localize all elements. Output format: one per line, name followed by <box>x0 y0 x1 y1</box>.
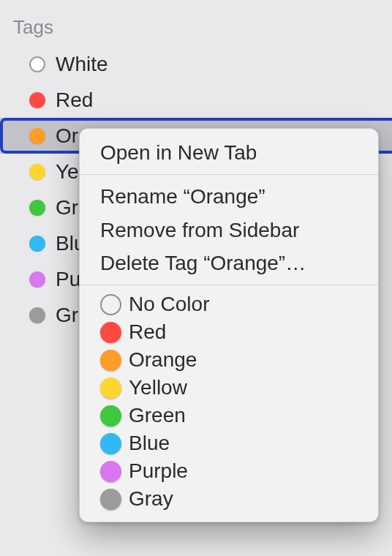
menu-color-green[interactable]: Green <box>80 402 378 429</box>
tags-section-header: Tags <box>0 15 392 46</box>
color-label: Purple <box>129 459 188 483</box>
no-color-swatch-icon <box>100 294 121 315</box>
menu-rename[interactable]: Rename “Orange” <box>80 180 378 213</box>
context-menu: Open in New Tab Rename “Orange” Remove f… <box>79 128 379 522</box>
orange-swatch-icon <box>100 350 121 371</box>
menu-color-blue[interactable]: Blue <box>80 429 378 457</box>
yellow-swatch-icon <box>100 377 121 399</box>
purple-swatch-icon <box>100 461 121 482</box>
menu-color-gray[interactable]: Gray <box>80 485 378 513</box>
tag-dot-yellow-icon <box>29 164 45 180</box>
color-label: Red <box>129 320 166 344</box>
color-label: Blue <box>129 432 170 455</box>
tag-item-red[interactable]: Red <box>0 82 392 118</box>
color-label: Orange <box>129 348 197 372</box>
tag-dot-purple-icon <box>29 271 45 288</box>
tag-dot-green-icon <box>29 200 45 216</box>
color-label: No Color <box>129 293 209 316</box>
blue-swatch-icon <box>100 433 121 454</box>
menu-color-red[interactable]: Red <box>80 318 378 346</box>
tag-label: Red <box>56 89 93 112</box>
tag-dot-grey-icon <box>29 307 45 323</box>
color-label: Green <box>129 404 186 427</box>
tag-item-white[interactable]: White <box>0 46 392 82</box>
color-label: Yellow <box>129 376 187 399</box>
color-label: Gray <box>129 487 173 511</box>
tag-dot-white-icon <box>29 56 45 72</box>
tag-dot-red-icon <box>29 92 45 108</box>
tag-dot-blue-icon <box>29 236 45 252</box>
menu-delete-tag[interactable]: Delete Tag “Orange”… <box>80 247 378 279</box>
menu-color-yellow[interactable]: Yellow <box>80 374 378 402</box>
gray-swatch-icon <box>100 489 121 510</box>
menu-separator <box>80 174 378 175</box>
green-swatch-icon <box>100 405 121 427</box>
menu-open-new-tab[interactable]: Open in New Tab <box>80 136 378 169</box>
tag-label: White <box>56 53 108 76</box>
menu-separator <box>80 285 378 285</box>
menu-color-purple[interactable]: Purple <box>80 457 378 485</box>
menu-color-orange[interactable]: Orange <box>80 346 378 374</box>
menu-remove-sidebar[interactable]: Remove from Sidebar <box>80 214 378 247</box>
tag-dot-orange-icon <box>29 128 45 144</box>
red-swatch-icon <box>100 322 121 343</box>
menu-color-no-color[interactable]: No Color <box>80 290 378 318</box>
